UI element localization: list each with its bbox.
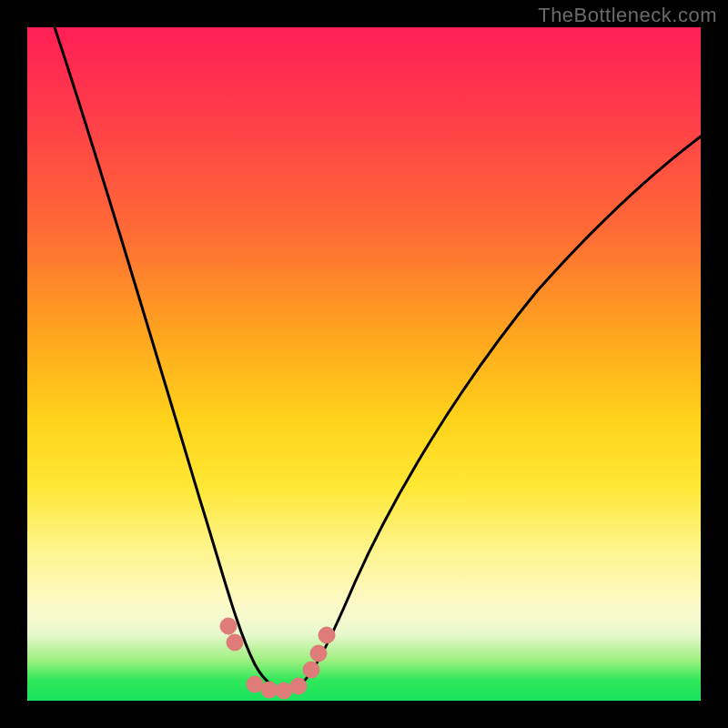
svg-point-8	[318, 627, 335, 643]
watermark-text: TheBottleneck.com	[538, 4, 717, 27]
svg-point-5	[290, 678, 307, 694]
svg-point-3	[261, 682, 278, 698]
curve-layer	[27, 27, 701, 701]
svg-point-2	[247, 676, 263, 693]
bottleneck-curve	[55, 27, 701, 690]
svg-point-7	[310, 645, 327, 662]
svg-point-1	[227, 634, 243, 651]
svg-point-6	[303, 662, 319, 678]
svg-point-4	[276, 682, 292, 699]
highlight-beads	[220, 618, 335, 699]
svg-point-0	[220, 618, 237, 634]
plot-area	[27, 27, 701, 701]
chart-stage: TheBottleneck.com	[0, 0, 728, 728]
